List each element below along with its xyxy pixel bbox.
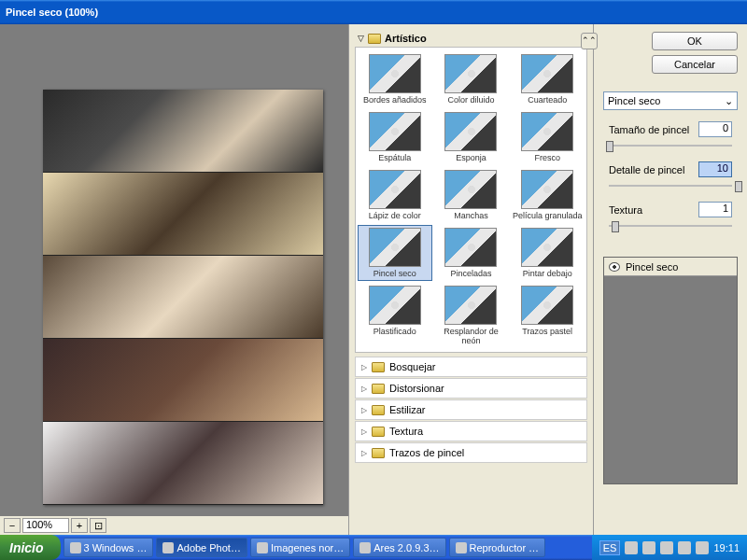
- cancel-button[interactable]: Cancelar: [652, 55, 738, 74]
- filter-thumbnail-item[interactable]: Plastificado: [358, 283, 432, 348]
- triangle-right-icon: ▷: [361, 427, 367, 436]
- clock[interactable]: 19:11: [713, 542, 740, 553]
- param-slider[interactable]: [603, 179, 738, 192]
- filter-thumbnail-item[interactable]: Bordes añadidos: [358, 51, 432, 107]
- slider-thumb[interactable]: [606, 141, 613, 152]
- zoom-level-field[interactable]: 100%: [22, 518, 69, 533]
- system-tray: ES 19:11: [592, 535, 747, 560]
- filter-thumb-icon: [521, 286, 573, 325]
- filter-thumb-icon: [444, 54, 497, 93]
- taskbar-app-label: Imagenes nor…: [271, 542, 344, 553]
- preview-image-strip: [43, 422, 323, 505]
- app-icon: [456, 542, 467, 553]
- filter-thumb-icon: [521, 228, 573, 267]
- filter-thumbnail-item[interactable]: Trazos pastel: [510, 283, 585, 348]
- taskbar-app-label: Reproductor …: [470, 542, 540, 553]
- param-value-input[interactable]: 10: [698, 161, 732, 177]
- category-row[interactable]: ▷Estilizar: [355, 399, 587, 420]
- folder-icon: [372, 405, 385, 415]
- tray-icon[interactable]: [696, 541, 709, 554]
- param-slider[interactable]: [603, 219, 738, 232]
- filter-thumbnail-item[interactable]: Espátula: [358, 109, 432, 165]
- zoom-fit-button[interactable]: ⊡: [90, 518, 106, 533]
- zoom-in-button[interactable]: +: [71, 518, 88, 533]
- tray-icon[interactable]: [678, 541, 691, 554]
- taskbar-app-label: 3 Windows …: [84, 542, 148, 553]
- start-button[interactable]: Inicio: [0, 535, 61, 560]
- preview-image-strip: [43, 339, 323, 422]
- filter-label: Color diluido: [435, 95, 508, 105]
- filter-thumbnail-item[interactable]: Cuarteado: [510, 51, 585, 107]
- filter-thumbnail-item[interactable]: Resplandor de neón: [434, 283, 509, 348]
- taskbar-app-button[interactable]: Adobe Phot…: [156, 538, 247, 557]
- filter-thumbnail-item[interactable]: Pintar debajo: [510, 225, 585, 281]
- filter-label: Plastificado: [359, 327, 431, 336]
- filter-thumbnail-item[interactable]: Pinceladas: [434, 225, 509, 281]
- filter-thumb-icon: [369, 170, 421, 209]
- window-title: Pincel seco (100%): [6, 7, 98, 18]
- filter-label: Resplandor de neón: [435, 327, 508, 345]
- filter-thumbnail-item[interactable]: Pincel seco: [358, 225, 432, 281]
- folder-icon: [368, 34, 381, 44]
- filter-thumbnail-item[interactable]: Esponja: [434, 109, 509, 165]
- category-row[interactable]: ▷Trazos de pincel: [355, 442, 587, 463]
- preview-image-strip: [43, 173, 323, 256]
- taskbar-app-button[interactable]: 3 Windows …: [63, 538, 154, 557]
- filter-label: Pintar debajo: [511, 269, 584, 278]
- filter-thumbnail-grid: Bordes añadidosColor diluidoCuarteadoEsp…: [355, 47, 587, 353]
- param-value-input[interactable]: 1: [698, 202, 732, 217]
- tray-icon[interactable]: [625, 541, 638, 554]
- taskbar-app-button[interactable]: Reproductor …: [449, 538, 546, 557]
- filter-thumbnail-item[interactable]: Manchas: [434, 167, 509, 223]
- filter-thumb-icon: [521, 170, 573, 209]
- window-titlebar: Pincel seco (100%): [0, 0, 747, 24]
- filter-label: Manchas: [435, 211, 508, 220]
- effect-layer-label: Pincel seco: [626, 261, 678, 273]
- filter-settings-panel: OK Cancelar Pincel seco ⌄ Tamaño de pinc…: [594, 24, 747, 535]
- filter-thumbnail-item[interactable]: Lápiz de color: [358, 167, 432, 223]
- category-row[interactable]: ▷Distorsionar: [355, 378, 587, 399]
- filter-thumbnail-item[interactable]: Fresco: [510, 109, 585, 165]
- slider-thumb[interactable]: [612, 221, 619, 232]
- category-header-expanded[interactable]: ▽ Artístico: [355, 30, 587, 47]
- eye-icon[interactable]: [609, 262, 620, 272]
- filter-label: Trazos pastel: [511, 327, 584, 336]
- preview-image-strip: [43, 256, 323, 339]
- filter-thumb-icon: [444, 286, 497, 325]
- taskbar-app-button[interactable]: Ares 2.0.9.3…: [353, 538, 445, 557]
- filter-browser-panel: ▽ Artístico Bordes añadidosColor diluido…: [349, 24, 594, 535]
- slider-thumb[interactable]: [735, 181, 742, 192]
- language-indicator[interactable]: ES: [599, 540, 621, 555]
- param-row: Detalle de pincel10: [603, 161, 738, 177]
- effect-layer-row[interactable]: Pincel seco: [604, 258, 737, 276]
- category-label: Textura: [389, 426, 423, 437]
- taskbar-app-label: Ares 2.0.9.3…: [374, 542, 439, 553]
- taskbar-app-label: Adobe Phot…: [176, 542, 241, 553]
- tray-icon[interactable]: [642, 541, 655, 554]
- param-label: Tamaño de pincel: [609, 124, 689, 135]
- zoom-out-button[interactable]: −: [4, 518, 21, 533]
- preview-canvas[interactable]: [43, 90, 323, 505]
- category-label: Estilizar: [389, 404, 426, 415]
- folder-icon: [372, 427, 385, 437]
- param-slider[interactable]: [603, 139, 738, 152]
- taskbar-app-button[interactable]: Imagenes nor…: [250, 538, 350, 557]
- triangle-right-icon: ▷: [361, 363, 367, 371]
- ok-button[interactable]: OK: [652, 32, 738, 50]
- category-row[interactable]: ▷Bosquejar: [355, 357, 587, 377]
- filter-thumbnail-item[interactable]: Color diluido: [434, 51, 509, 107]
- filter-label: Fresco: [511, 153, 584, 162]
- effect-layers-panel: Pincel seco: [603, 257, 738, 484]
- collapse-categories-button[interactable]: ⌃⌃: [581, 33, 598, 49]
- app-icon: [359, 542, 371, 553]
- filter-dropdown[interactable]: Pincel seco ⌄: [603, 91, 738, 110]
- folder-icon: [372, 448, 385, 458]
- filter-thumbnail-item[interactable]: Película granulada: [510, 167, 585, 223]
- filter-label: Película granulada: [511, 211, 584, 220]
- category-row[interactable]: ▷Textura: [355, 421, 587, 441]
- filter-thumb-icon: [369, 54, 421, 93]
- filter-thumb-icon: [521, 54, 573, 93]
- filter-label: Esponja: [435, 153, 508, 162]
- tray-icon[interactable]: [660, 541, 673, 554]
- param-value-input[interactable]: 0: [698, 121, 732, 137]
